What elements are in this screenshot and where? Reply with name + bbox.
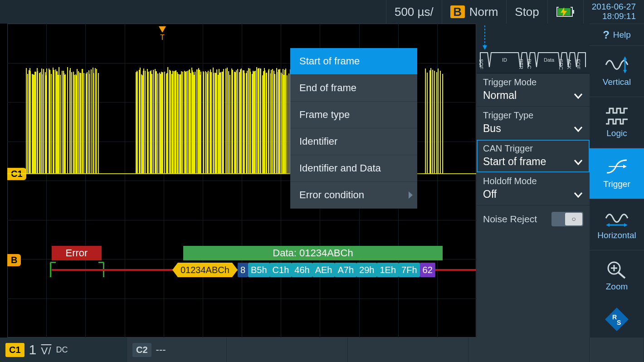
svg-text:RTR: RTR xyxy=(518,59,524,69)
logic-label: Logic xyxy=(606,128,627,138)
channel-1-badge: C1 xyxy=(5,343,24,357)
can-trigger-value: Start of frame xyxy=(483,156,546,168)
bus-byte-4: A7h xyxy=(335,263,356,277)
svg-text:DLC: DLC xyxy=(527,59,532,69)
help-icon: ? xyxy=(603,29,610,41)
holdoff-mode-value: Off xyxy=(483,188,497,201)
bottom-spacer-3 xyxy=(468,338,590,362)
svg-marker-10 xyxy=(624,223,628,227)
time-value: 18:09:11 xyxy=(592,12,636,21)
svg-line-12 xyxy=(619,273,625,278)
trigger-position-marker[interactable]: T xyxy=(157,25,168,42)
c1-coupling: DC xyxy=(56,345,68,355)
holdoff-mode-label: Holdoff Mode xyxy=(483,176,583,186)
svg-marker-4 xyxy=(623,56,627,60)
run-state-readout[interactable]: Stop xyxy=(506,0,547,24)
trigger-mode-field[interactable]: Trigger Mode Normal xyxy=(477,73,590,107)
brand-logo: R S xyxy=(590,301,644,338)
bus-byte-5: 29h xyxy=(356,263,377,277)
bus-trailer: 62 xyxy=(420,263,435,277)
c1-scale-num: 1 xyxy=(29,342,37,357)
dropdown-item-error-condition[interactable]: Error condition xyxy=(290,182,417,209)
bus-byte-6: 1Eh xyxy=(377,263,399,277)
noise-reject-field[interactable]: Noise Reject ○ xyxy=(477,205,590,233)
trigger-label: Trigger xyxy=(603,179,630,189)
vertical-icon xyxy=(605,55,629,74)
svg-text:EOF: EOF xyxy=(576,59,581,69)
rs-logo-icon: R S xyxy=(603,306,630,333)
dropdown-item-identifier[interactable]: Identifier xyxy=(290,128,417,155)
bus-byte-1: C1h xyxy=(270,263,292,277)
svg-text:ACK: ACK xyxy=(566,59,572,69)
trigger-type-label: Trigger Type xyxy=(483,110,583,121)
trigger-type-field[interactable]: Trigger Type Bus xyxy=(477,107,590,140)
trigger-settings-panel: SOF ID RTR DLC Data CRC ACK EOF Trigger … xyxy=(476,24,590,338)
dropdown-item-frame-type[interactable]: Frame type xyxy=(290,102,417,128)
svg-marker-9 xyxy=(606,223,610,227)
trigger-mode-value: Normal xyxy=(483,89,517,102)
top-bar: 500 µs/ B Norm Stop 2016-06-27 18:09:11 xyxy=(0,0,644,24)
svg-text:Data: Data xyxy=(544,57,555,63)
channel-1-readout[interactable]: C1 1 V/ DC xyxy=(0,338,127,362)
bus-decode-row: Error Data: 01234ABCh 01234ABCh 8 B5h C1… xyxy=(18,246,476,279)
trigger-marker-label: T xyxy=(160,34,165,41)
trigger-mode-label: Trigger Mode xyxy=(483,77,583,88)
channel-2-readout[interactable]: C2 --- xyxy=(127,338,227,362)
svg-marker-19 xyxy=(483,45,487,50)
battery-indicator xyxy=(547,0,583,24)
trigger-source-badge: B xyxy=(450,5,465,18)
vertical-button[interactable]: Vertical xyxy=(590,45,644,97)
battery-icon xyxy=(556,6,575,17)
trigger-button[interactable]: Trigger xyxy=(590,148,644,199)
date-value: 2016-06-27 xyxy=(592,2,636,12)
timebase-readout[interactable]: 500 µs/ xyxy=(386,0,442,24)
dropdown-item-end-of-frame[interactable]: End of frame xyxy=(290,75,417,102)
can-trigger-dropdown: Start of frame End of frame Frame type I… xyxy=(290,48,417,209)
datetime-readout: 2016-06-27 18:09:11 xyxy=(583,0,644,24)
horizontal-icon xyxy=(605,209,629,228)
channel-2-badge: C2 xyxy=(132,343,151,357)
run-state-value: Stop xyxy=(515,5,539,19)
trigger-source-readout[interactable]: B Norm xyxy=(442,0,507,24)
bus-id-hex: 01234ABCh xyxy=(172,263,238,277)
svg-marker-5 xyxy=(623,70,627,73)
trigger-mode-short: Norm xyxy=(469,5,498,19)
horizontal-button[interactable]: Horizontal xyxy=(590,199,644,250)
chevron-down-icon xyxy=(573,190,583,200)
can-frame-diagram: SOF ID RTR DLC Data CRC ACK EOF xyxy=(477,24,590,73)
vertical-label: Vertical xyxy=(603,77,631,87)
dropdown-item-identifier-and-data[interactable]: Identifier and Data xyxy=(290,155,417,182)
chevron-down-icon xyxy=(573,124,583,134)
c1-scale-unit: V/ xyxy=(41,345,52,357)
bottom-spacer-2 xyxy=(348,338,469,362)
chevron-down-icon xyxy=(573,157,583,167)
holdoff-mode-field[interactable]: Holdoff Mode Off xyxy=(477,172,590,205)
help-button[interactable]: ? Help xyxy=(590,24,644,45)
zoom-icon xyxy=(605,260,629,279)
toggle-knob: ○ xyxy=(565,213,582,225)
svg-rect-0 xyxy=(572,10,574,14)
zoom-label: Zoom xyxy=(606,282,628,292)
svg-marker-7 xyxy=(623,165,627,168)
bus-data-header: Data: 01234ABCh xyxy=(183,246,443,260)
bottom-spacer-4 xyxy=(590,338,644,362)
svg-marker-28 xyxy=(159,26,166,33)
svg-text:CRC: CRC xyxy=(558,59,564,70)
bus-byte-0: B5h xyxy=(248,263,270,277)
svg-text:ID: ID xyxy=(502,57,507,63)
noise-reject-toggle[interactable]: ○ xyxy=(551,212,583,226)
can-trigger-field[interactable]: CAN Trigger Start of frame xyxy=(477,140,590,172)
svg-text:S: S xyxy=(617,319,621,326)
c2-value: --- xyxy=(156,344,166,356)
logic-button[interactable]: Logic xyxy=(590,97,644,148)
dropdown-item-start-of-frame[interactable]: Start of frame xyxy=(290,48,417,75)
chevron-down-icon xyxy=(573,91,583,101)
bus-byte-2: 46h xyxy=(292,263,312,277)
svg-text:SOF: SOF xyxy=(478,59,484,69)
timebase-value: 500 µs/ xyxy=(395,5,434,19)
zoom-button[interactable]: Zoom xyxy=(590,250,644,301)
noise-reject-label: Noise Reject xyxy=(483,214,537,225)
can-trigger-label: CAN Trigger xyxy=(483,143,583,154)
bus-byte-7: 7Fh xyxy=(399,263,420,277)
bus-dlc: 8 xyxy=(238,263,248,277)
